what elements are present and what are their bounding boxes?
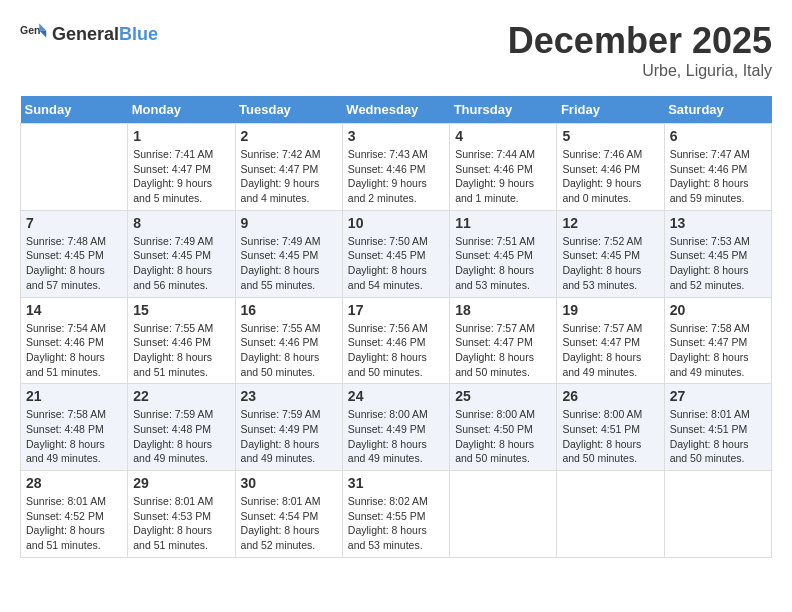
day-number: 5 bbox=[562, 128, 658, 144]
calendar-cell bbox=[450, 471, 557, 558]
calendar-cell: 22Sunrise: 7:59 AMSunset: 4:48 PMDayligh… bbox=[128, 384, 235, 471]
day-info: Sunrise: 8:00 AMSunset: 4:49 PMDaylight:… bbox=[348, 407, 444, 466]
calendar-cell: 24Sunrise: 8:00 AMSunset: 4:49 PMDayligh… bbox=[342, 384, 449, 471]
day-info: Sunrise: 7:46 AMSunset: 4:46 PMDaylight:… bbox=[562, 147, 658, 206]
day-info: Sunrise: 8:00 AMSunset: 4:50 PMDaylight:… bbox=[455, 407, 551, 466]
day-info: Sunrise: 7:58 AMSunset: 4:48 PMDaylight:… bbox=[26, 407, 122, 466]
weekday-header-tuesday: Tuesday bbox=[235, 96, 342, 124]
weekday-header-saturday: Saturday bbox=[664, 96, 771, 124]
calendar-cell: 3Sunrise: 7:43 AMSunset: 4:46 PMDaylight… bbox=[342, 124, 449, 211]
day-number: 13 bbox=[670, 215, 766, 231]
calendar-cell: 19Sunrise: 7:57 AMSunset: 4:47 PMDayligh… bbox=[557, 297, 664, 384]
svg-text:Gen: Gen bbox=[20, 24, 40, 36]
day-number: 1 bbox=[133, 128, 229, 144]
location-title: Urbe, Liguria, Italy bbox=[508, 62, 772, 80]
day-info: Sunrise: 7:55 AMSunset: 4:46 PMDaylight:… bbox=[241, 321, 337, 380]
day-number: 9 bbox=[241, 215, 337, 231]
day-info: Sunrise: 7:41 AMSunset: 4:47 PMDaylight:… bbox=[133, 147, 229, 206]
calendar-cell: 4Sunrise: 7:44 AMSunset: 4:46 PMDaylight… bbox=[450, 124, 557, 211]
day-number: 19 bbox=[562, 302, 658, 318]
calendar-cell: 15Sunrise: 7:55 AMSunset: 4:46 PMDayligh… bbox=[128, 297, 235, 384]
calendar-cell: 29Sunrise: 8:01 AMSunset: 4:53 PMDayligh… bbox=[128, 471, 235, 558]
day-info: Sunrise: 7:49 AMSunset: 4:45 PMDaylight:… bbox=[133, 234, 229, 293]
day-number: 12 bbox=[562, 215, 658, 231]
calendar-cell: 8Sunrise: 7:49 AMSunset: 4:45 PMDaylight… bbox=[128, 210, 235, 297]
weekday-header-thursday: Thursday bbox=[450, 96, 557, 124]
calendar-cell: 6Sunrise: 7:47 AMSunset: 4:46 PMDaylight… bbox=[664, 124, 771, 211]
day-number: 28 bbox=[26, 475, 122, 491]
day-number: 25 bbox=[455, 388, 551, 404]
calendar-cell: 27Sunrise: 8:01 AMSunset: 4:51 PMDayligh… bbox=[664, 384, 771, 471]
day-info: Sunrise: 7:43 AMSunset: 4:46 PMDaylight:… bbox=[348, 147, 444, 206]
day-info: Sunrise: 7:47 AMSunset: 4:46 PMDaylight:… bbox=[670, 147, 766, 206]
calendar-cell: 23Sunrise: 7:59 AMSunset: 4:49 PMDayligh… bbox=[235, 384, 342, 471]
day-number: 18 bbox=[455, 302, 551, 318]
calendar-cell: 30Sunrise: 8:01 AMSunset: 4:54 PMDayligh… bbox=[235, 471, 342, 558]
calendar-cell: 21Sunrise: 7:58 AMSunset: 4:48 PMDayligh… bbox=[21, 384, 128, 471]
week-row-3: 14Sunrise: 7:54 AMSunset: 4:46 PMDayligh… bbox=[21, 297, 772, 384]
day-info: Sunrise: 8:01 AMSunset: 4:51 PMDaylight:… bbox=[670, 407, 766, 466]
day-info: Sunrise: 7:59 AMSunset: 4:49 PMDaylight:… bbox=[241, 407, 337, 466]
day-number: 24 bbox=[348, 388, 444, 404]
logo-general: General bbox=[52, 24, 119, 44]
calendar-cell: 17Sunrise: 7:56 AMSunset: 4:46 PMDayligh… bbox=[342, 297, 449, 384]
day-number: 8 bbox=[133, 215, 229, 231]
day-number: 7 bbox=[26, 215, 122, 231]
calendar-cell bbox=[664, 471, 771, 558]
calendar-cell: 7Sunrise: 7:48 AMSunset: 4:45 PMDaylight… bbox=[21, 210, 128, 297]
day-info: Sunrise: 7:48 AMSunset: 4:45 PMDaylight:… bbox=[26, 234, 122, 293]
svg-marker-1 bbox=[39, 24, 46, 31]
day-number: 10 bbox=[348, 215, 444, 231]
day-info: Sunrise: 7:52 AMSunset: 4:45 PMDaylight:… bbox=[562, 234, 658, 293]
header: Gen GeneralBlue December 2025 Urbe, Ligu… bbox=[20, 20, 772, 80]
weekday-header-friday: Friday bbox=[557, 96, 664, 124]
weekday-header-monday: Monday bbox=[128, 96, 235, 124]
day-number: 14 bbox=[26, 302, 122, 318]
calendar-cell: 10Sunrise: 7:50 AMSunset: 4:45 PMDayligh… bbox=[342, 210, 449, 297]
day-info: Sunrise: 7:44 AMSunset: 4:46 PMDaylight:… bbox=[455, 147, 551, 206]
day-info: Sunrise: 8:01 AMSunset: 4:53 PMDaylight:… bbox=[133, 494, 229, 553]
weekday-header-row: SundayMondayTuesdayWednesdayThursdayFrid… bbox=[21, 96, 772, 124]
day-info: Sunrise: 7:58 AMSunset: 4:47 PMDaylight:… bbox=[670, 321, 766, 380]
week-row-1: 1Sunrise: 7:41 AMSunset: 4:47 PMDaylight… bbox=[21, 124, 772, 211]
day-info: Sunrise: 7:55 AMSunset: 4:46 PMDaylight:… bbox=[133, 321, 229, 380]
calendar-cell: 13Sunrise: 7:53 AMSunset: 4:45 PMDayligh… bbox=[664, 210, 771, 297]
calendar-table: SundayMondayTuesdayWednesdayThursdayFrid… bbox=[20, 96, 772, 558]
day-info: Sunrise: 7:57 AMSunset: 4:47 PMDaylight:… bbox=[455, 321, 551, 380]
day-number: 2 bbox=[241, 128, 337, 144]
calendar-cell bbox=[21, 124, 128, 211]
calendar-cell: 5Sunrise: 7:46 AMSunset: 4:46 PMDaylight… bbox=[557, 124, 664, 211]
day-number: 16 bbox=[241, 302, 337, 318]
month-title: December 2025 bbox=[508, 20, 772, 62]
week-row-2: 7Sunrise: 7:48 AMSunset: 4:45 PMDaylight… bbox=[21, 210, 772, 297]
calendar-cell: 20Sunrise: 7:58 AMSunset: 4:47 PMDayligh… bbox=[664, 297, 771, 384]
day-info: Sunrise: 8:01 AMSunset: 4:54 PMDaylight:… bbox=[241, 494, 337, 553]
calendar-cell: 18Sunrise: 7:57 AMSunset: 4:47 PMDayligh… bbox=[450, 297, 557, 384]
day-info: Sunrise: 7:57 AMSunset: 4:47 PMDaylight:… bbox=[562, 321, 658, 380]
day-number: 29 bbox=[133, 475, 229, 491]
day-number: 20 bbox=[670, 302, 766, 318]
calendar-cell: 12Sunrise: 7:52 AMSunset: 4:45 PMDayligh… bbox=[557, 210, 664, 297]
day-info: Sunrise: 8:00 AMSunset: 4:51 PMDaylight:… bbox=[562, 407, 658, 466]
logo-blue: Blue bbox=[119, 24, 158, 44]
calendar-cell: 1Sunrise: 7:41 AMSunset: 4:47 PMDaylight… bbox=[128, 124, 235, 211]
day-number: 17 bbox=[348, 302, 444, 318]
calendar-cell: 26Sunrise: 8:00 AMSunset: 4:51 PMDayligh… bbox=[557, 384, 664, 471]
logo: Gen GeneralBlue bbox=[20, 20, 158, 48]
calendar-cell: 25Sunrise: 8:00 AMSunset: 4:50 PMDayligh… bbox=[450, 384, 557, 471]
weekday-header-wednesday: Wednesday bbox=[342, 96, 449, 124]
day-number: 3 bbox=[348, 128, 444, 144]
calendar-cell: 11Sunrise: 7:51 AMSunset: 4:45 PMDayligh… bbox=[450, 210, 557, 297]
day-info: Sunrise: 7:54 AMSunset: 4:46 PMDaylight:… bbox=[26, 321, 122, 380]
day-number: 15 bbox=[133, 302, 229, 318]
day-info: Sunrise: 8:01 AMSunset: 4:52 PMDaylight:… bbox=[26, 494, 122, 553]
day-info: Sunrise: 7:42 AMSunset: 4:47 PMDaylight:… bbox=[241, 147, 337, 206]
calendar-cell: 16Sunrise: 7:55 AMSunset: 4:46 PMDayligh… bbox=[235, 297, 342, 384]
day-info: Sunrise: 7:49 AMSunset: 4:45 PMDaylight:… bbox=[241, 234, 337, 293]
day-info: Sunrise: 7:53 AMSunset: 4:45 PMDaylight:… bbox=[670, 234, 766, 293]
week-row-4: 21Sunrise: 7:58 AMSunset: 4:48 PMDayligh… bbox=[21, 384, 772, 471]
calendar-cell: 2Sunrise: 7:42 AMSunset: 4:47 PMDaylight… bbox=[235, 124, 342, 211]
day-number: 22 bbox=[133, 388, 229, 404]
day-info: Sunrise: 7:50 AMSunset: 4:45 PMDaylight:… bbox=[348, 234, 444, 293]
title-area: December 2025 Urbe, Liguria, Italy bbox=[508, 20, 772, 80]
